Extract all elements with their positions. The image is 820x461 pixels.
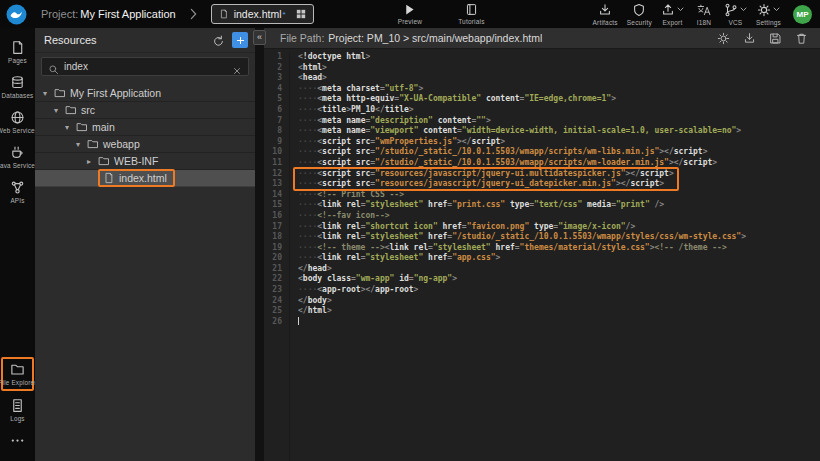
collapse-panel-button[interactable]: « xyxy=(253,30,266,45)
line-number: 25 xyxy=(264,306,282,317)
tree-item-label: index.html xyxy=(119,172,167,184)
code-line-7[interactable]: ····<meta name="description" content=""> xyxy=(298,116,820,127)
open-file-tab[interactable]: index.html * xyxy=(211,4,314,24)
book-icon xyxy=(465,3,478,16)
code-line-22[interactable]: <body class="wm-app" id="ng-app"> xyxy=(298,274,820,285)
code-line-6[interactable]: ····<title>PM_10</title> xyxy=(298,105,820,116)
topbar-tool-label: Security xyxy=(627,19,652,26)
add-resource-button[interactable] xyxy=(232,32,248,48)
chevron-down-icon xyxy=(677,7,684,12)
code-line-16[interactable]: ····<!--fav icon--> xyxy=(298,211,820,222)
line-number: 23 xyxy=(264,285,282,296)
sidebar-item-file-explorer[interactable]: File Explorer xyxy=(1,357,34,391)
sidebar-item-more[interactable] xyxy=(1,429,34,452)
tree-item-web-inf[interactable]: ▸WEB-INF xyxy=(35,153,255,170)
tree-item-main[interactable]: ▾main xyxy=(35,119,255,136)
sidebar-item-pages[interactable]: Pages xyxy=(1,36,34,68)
sidebar-bottom-group: File ExplorerLogs xyxy=(1,357,34,461)
code-line-10[interactable]: ····<script src="/studio/_static_/10.0.1… xyxy=(298,147,820,158)
grid-icon[interactable] xyxy=(296,9,306,19)
topbar-tools-group: ArtifactsSecurityExportI18NVCSSettings xyxy=(590,3,784,26)
code-line-9[interactable]: ····<script src="wmProperties.js"></scri… xyxy=(298,137,820,148)
user-avatar[interactable]: MP xyxy=(793,5,812,24)
code-line-18[interactable]: ····<link rel="stylesheet" href="/studio… xyxy=(298,232,820,243)
code-line-1[interactable]: <!doctype html> xyxy=(298,52,820,63)
code-line-23[interactable]: ····<app-root></app-root> xyxy=(298,285,820,296)
download-icon[interactable] xyxy=(743,32,756,45)
topbar-tool-label: Export xyxy=(662,19,682,26)
line-number: 17 xyxy=(264,222,282,233)
topbar-export-button[interactable]: Export xyxy=(658,3,687,26)
panel-splitter[interactable]: « xyxy=(255,28,264,461)
api-nodes-icon xyxy=(10,180,25,195)
topbar-security-button[interactable]: Security xyxy=(624,3,655,26)
coffee-icon xyxy=(10,145,25,160)
line-number: 5 xyxy=(264,94,282,105)
chevron-down-icon xyxy=(740,7,747,12)
code-line-17[interactable]: ····<link rel="shortcut icon" href="favi… xyxy=(298,222,820,233)
topbar-i18n-button[interactable]: I18N xyxy=(690,3,718,26)
code-line-14[interactable]: ····<!-- Print CSS --> xyxy=(298,190,820,201)
code-line-26[interactable] xyxy=(298,317,820,328)
database-icon xyxy=(10,75,25,90)
tree-item-my-first-application[interactable]: ▾My First Application xyxy=(35,85,255,102)
preview-button[interactable]: Preview xyxy=(398,3,423,25)
clear-search-icon[interactable] xyxy=(232,62,242,72)
chevron-down-icon xyxy=(773,7,780,12)
sidebar-item-logs[interactable]: Logs xyxy=(1,394,34,426)
sidebar-item-web-services[interactable]: Web Services xyxy=(1,106,34,138)
code-line-20[interactable]: ····<link rel="stylesheet" href="app.css… xyxy=(298,253,820,264)
ellipsis-icon xyxy=(10,433,25,448)
code-line-15[interactable]: ····<link rel="stylesheet" href="print.c… xyxy=(298,200,820,211)
folder-icon xyxy=(76,121,88,133)
tutorials-button[interactable]: Tutorials xyxy=(458,3,484,25)
tree-item-webapp[interactable]: ▾webapp xyxy=(35,136,255,153)
code-area[interactable]: 1234567891011121314151617181920212223242… xyxy=(264,49,820,461)
line-number: 10 xyxy=(264,147,282,158)
app-logo-icon[interactable] xyxy=(6,4,27,25)
code-editor: File Path: Project: PM_10 > src/main/web… xyxy=(264,28,820,461)
code-line-21[interactable]: </head> xyxy=(298,264,820,275)
tree-item-label: main xyxy=(92,121,115,133)
caret-down-icon[interactable]: ▾ xyxy=(76,140,87,149)
line-number: 21 xyxy=(264,264,282,275)
caret-right-icon[interactable]: ▸ xyxy=(87,157,98,166)
search-input[interactable] xyxy=(64,61,227,72)
code-line-3[interactable]: <head> xyxy=(298,73,820,84)
code-line-24[interactable]: </body> xyxy=(298,296,820,307)
code-line-13[interactable]: ····<script src="resources/javascript/jq… xyxy=(298,179,820,190)
line-number: 15 xyxy=(264,200,282,211)
code-line-4[interactable]: ····<meta charset="utf-8"> xyxy=(298,84,820,95)
code-line-5[interactable]: ····<meta http-equiv="X-UA-Compatible" c… xyxy=(298,94,820,105)
folder-icon xyxy=(87,138,99,150)
code-line-2[interactable]: <html> xyxy=(298,63,820,74)
export-icon xyxy=(661,3,675,17)
caret-down-icon[interactable]: ▾ xyxy=(65,123,76,132)
trash-icon[interactable] xyxy=(795,32,808,45)
save-icon[interactable] xyxy=(769,32,782,45)
tree-item-label: src xyxy=(81,104,95,116)
tree-item-src[interactable]: ▾src xyxy=(35,102,255,119)
sidebar-item-apis[interactable]: APIs xyxy=(1,176,34,208)
code-line-19[interactable]: ····<!-- theme --><link rel="stylesheet"… xyxy=(298,243,820,254)
file-path-value: Project: PM_10 > src/main/webapp/index.h… xyxy=(328,32,542,44)
sidebar-item-databases[interactable]: Databases xyxy=(1,71,34,103)
topbar-settings-button[interactable]: Settings xyxy=(753,3,784,26)
topbar-artifacts-button[interactable]: Artifacts xyxy=(590,3,621,26)
studio-window: Project: My First Application index.html… xyxy=(0,0,820,461)
topbar-vcs-button[interactable]: VCS xyxy=(721,3,750,26)
caret-down-icon[interactable]: ▾ xyxy=(43,89,54,98)
sidebar-item-java-services[interactable]: Java Services xyxy=(1,141,34,173)
refresh-icon[interactable] xyxy=(212,34,225,47)
caret-down-icon[interactable]: ▾ xyxy=(54,106,65,115)
gear-icon[interactable] xyxy=(717,32,730,45)
line-number: 19 xyxy=(264,243,282,254)
code-line-8[interactable]: ····<meta name="viewport" content="width… xyxy=(298,126,820,137)
sidebar-item-label: Pages xyxy=(8,57,27,64)
line-number: 2 xyxy=(264,63,282,74)
code-line-25[interactable]: </html> xyxy=(298,306,820,317)
code-line-12[interactable]: ····<script src="resources/javascript/jq… xyxy=(298,169,820,180)
topbar-tool-label: Settings xyxy=(756,19,781,26)
tree-item-index-html[interactable]: index.html xyxy=(35,170,255,187)
code-line-11[interactable]: ····<script src="/studio/_static_/10.0.1… xyxy=(298,158,820,169)
